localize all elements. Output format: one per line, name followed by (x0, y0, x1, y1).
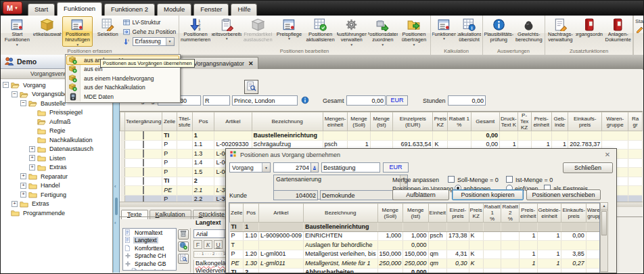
cell[interactable]: 1,000 (403, 231, 429, 241)
cell[interactable] (586, 268, 600, 273)
underline-button[interactable]: U (214, 240, 223, 249)
cell[interactable] (377, 241, 403, 250)
cell[interactable] (501, 241, 520, 250)
ribbon-button-positionen-übertragen[interactable]: Positionen übertragen▼ (398, 16, 430, 47)
italic-button[interactable]: K (204, 240, 212, 249)
cell[interactable] (469, 241, 483, 250)
cell[interactable] (628, 186, 643, 196)
cell[interactable] (561, 241, 586, 250)
cell[interactable] (124, 131, 162, 141)
cell[interactable] (483, 231, 501, 241)
column-header-gesamt[interactable]: Gesamt (471, 112, 500, 131)
cell[interactable] (120, 158, 125, 168)
menu-tab-start[interactable]: Start (28, 3, 55, 16)
tree-item-extras[interactable]: +Extras (1, 200, 112, 209)
expand-icon[interactable]: + (12, 201, 18, 207)
cell[interactable]: P (230, 231, 244, 241)
cell[interactable]: 0,30 (447, 259, 469, 269)
column-header-einzelpreis-eur[interactable]: Einzelpreis (EUR) (392, 112, 433, 131)
cell[interactable]: 1 (537, 250, 561, 259)
cell[interactable]: P (230, 250, 244, 259)
cell[interactable]: 0,000 (403, 268, 429, 273)
cell[interactable] (519, 268, 537, 273)
ribbon-button-arbeitsvorbereitung[interactable]: Arbeitsvorbereitung▼ (211, 16, 242, 47)
column-header-waren-gruppe[interactable]: Waren- gruppe (602, 112, 628, 131)
ribbon-button-artikelauswahl[interactable]: Artikelauswahl (32, 16, 63, 47)
menu-item-mde-daten[interactable]: MDE Daten (66, 92, 179, 101)
column-header-menge-soll[interactable]: Menge (Soll) (377, 204, 403, 223)
cell[interactable]: 1 (537, 231, 561, 241)
cell[interactable]: TI (162, 177, 177, 186)
cell[interactable]: PE (230, 259, 244, 269)
column-header-waren-gruppe[interactable]: Waren- gruppe (586, 204, 600, 223)
menu-tab-fenster[interactable]: Fenster (193, 3, 229, 16)
close-icon[interactable]: ✕ (602, 151, 613, 158)
ribbon-button-preispflege[interactable]: Preispflege▼ (273, 16, 304, 47)
cell[interactable] (501, 223, 520, 232)
table-row[interactable]: TI1Baustelleneinrichtung0,00 (120, 131, 643, 141)
cell[interactable]: EINRICHTEN (303, 231, 377, 241)
cell[interactable] (120, 131, 125, 141)
cell[interactable] (628, 131, 643, 141)
column-header-artikel[interactable]: Artikel (258, 204, 303, 223)
cell[interactable]: L-gml011 (258, 259, 303, 269)
tree-item-handel[interactable]: +Handel (1, 181, 112, 191)
column-header-pos[interactable]: Pos (244, 204, 259, 223)
cell[interactable]: P (162, 140, 177, 150)
delete-text-button[interactable] (178, 229, 189, 239)
ribbon-small-erfassung[interactable]: ²Erfassung▼ (123, 37, 178, 46)
cell[interactable] (258, 223, 303, 232)
row-checkbox[interactable] (143, 177, 144, 185)
column-header-einkaufs-preis[interactable]: Einkaufs- preis (561, 204, 586, 223)
positionen-verschieben-button[interactable]: Positionen verschieben (526, 189, 601, 200)
cell[interactable] (519, 223, 537, 232)
cell[interactable]: Auslagen für behördliche (303, 241, 377, 250)
cell[interactable] (120, 140, 125, 150)
cell[interactable] (519, 241, 537, 250)
list-item-langtext[interactable]: Langtext (123, 268, 176, 271)
cell[interactable] (447, 268, 469, 273)
column-header-bezeichnung[interactable]: Bezeichnung (252, 112, 323, 131)
cell[interactable] (214, 131, 252, 141)
cell[interactable]: 250,000 (377, 259, 403, 269)
cell[interactable]: T (230, 241, 244, 250)
schliessen-button[interactable]: Schließen (563, 162, 613, 173)
cell[interactable]: 1.10 (244, 231, 259, 241)
expand-icon[interactable]: + (29, 164, 35, 170)
cell[interactable]: P (162, 158, 177, 168)
cell[interactable] (586, 250, 600, 259)
cell[interactable]: TI (230, 223, 244, 232)
expand-icon[interactable]: + (29, 146, 35, 152)
cell[interactable]: 1.1 (192, 140, 214, 150)
menu-tab-funktionen[interactable]: Funktionen (57, 2, 102, 16)
cell[interactable] (428, 223, 446, 232)
cell[interactable] (403, 223, 429, 232)
cell[interactable] (628, 168, 643, 177)
cell[interactable] (433, 131, 448, 141)
bold-button[interactable]: F (193, 240, 202, 249)
cell[interactable] (120, 168, 125, 177)
cell[interactable]: qm (428, 250, 446, 259)
cell[interactable] (483, 241, 501, 250)
cell[interactable] (483, 250, 501, 259)
cell[interactable] (628, 150, 643, 159)
tree-item-regie[interactable]: Regie (1, 127, 112, 136)
ribbon-button-nachtrags-verwaltung[interactable]: Nachtrags- verwaltung (546, 16, 575, 47)
aufblaettern-button[interactable]: Aufblättern (392, 189, 449, 200)
cell[interactable]: 1 (519, 250, 537, 259)
column-header-einzel-preis[interactable]: Einzel- preis (447, 204, 469, 223)
cell[interactable]: 0,00 (561, 231, 586, 241)
table-row[interactable]: PE1.30L-gml011Metallgerüst, Miete für 12… (230, 259, 601, 269)
ribbon-small-gehe-zu-position[interactable]: Gehe zu Position (123, 27, 178, 37)
preview-button[interactable] (244, 80, 258, 94)
ribbon-button-positionen-nummerieren[interactable]: 123Positionen nummerieren (180, 16, 211, 47)
cell[interactable] (586, 259, 600, 269)
column-header-bezeichnung[interactable]: Bezeichnung (303, 204, 377, 223)
table-row[interactable]: TI1Baustelleneinrichtung (230, 223, 601, 232)
cell[interactable]: 2 (192, 177, 214, 186)
cell[interactable] (628, 140, 643, 150)
cell[interactable] (628, 177, 643, 186)
tree-item-extras[interactable]: +Extras (1, 163, 112, 173)
cell[interactable]: TI (162, 131, 177, 141)
row-checkbox[interactable] (143, 131, 144, 139)
